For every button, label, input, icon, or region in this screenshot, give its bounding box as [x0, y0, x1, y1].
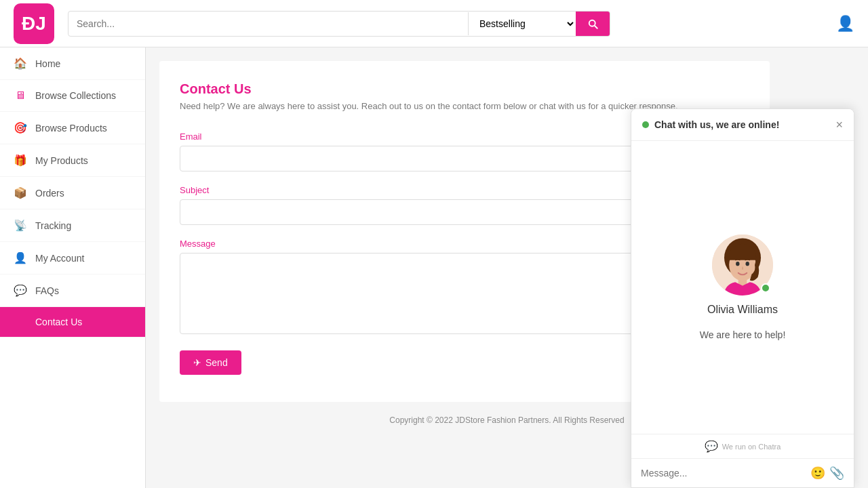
products-icon: 🎯	[14, 121, 27, 134]
sidebar-item-home[interactable]: 🏠 Home	[0, 47, 145, 80]
chatra-icon: 💬	[705, 440, 718, 453]
agent-name: Olivia Williams	[707, 304, 778, 316]
search-bar: BestsellingPrice: Low to HighPrice: High…	[68, 11, 610, 37]
svg-point-4	[736, 262, 739, 266]
search-button[interactable]	[576, 12, 610, 36]
chat-input-area: 🙂 📎	[631, 458, 854, 487]
sidebar-item-orders[interactable]: 📦 Orders	[0, 177, 145, 209]
chat-message-input[interactable]	[641, 468, 805, 479]
orders-icon: 📦	[14, 186, 27, 199]
header-right: 👤	[836, 15, 854, 33]
agent-message: We are here to help!	[700, 329, 786, 340]
header: ÐJ BestsellingPrice: Low to HighPrice: H…	[0, 0, 868, 47]
chat-header: Chat with us, we are online! ×	[631, 109, 854, 141]
sort-select[interactable]: BestsellingPrice: Low to HighPrice: High…	[468, 12, 576, 35]
search-input[interactable]	[68, 13, 468, 35]
send-button[interactable]: ✈ Send	[180, 350, 241, 375]
chat-header-title: Chat with us, we are online!	[654, 119, 779, 130]
chat-body: Olivia Williams We are here to help!	[631, 141, 854, 434]
sidebar: 🏠 Home 🖥 Browse Collections 🎯 Browse Pro…	[0, 47, 146, 488]
faqs-icon: 💬	[14, 284, 27, 297]
search-icon	[587, 18, 599, 30]
online-dot	[642, 121, 649, 128]
sidebar-item-browse-collections[interactable]: 🖥 Browse Collections	[0, 80, 145, 112]
svg-point-5	[746, 262, 749, 266]
send-icon: ✈	[193, 357, 201, 368]
agent-online-indicator	[761, 283, 770, 293]
chat-header-left: Chat with us, we are online!	[642, 119, 779, 130]
collections-icon: 🖥	[14, 89, 27, 102]
sidebar-item-tracking[interactable]: 📡 Tracking	[0, 209, 145, 242]
tracking-icon: 📡	[14, 219, 27, 232]
sidebar-item-contact-us[interactable]: Contact Us	[0, 307, 145, 338]
home-icon: 🏠	[14, 57, 27, 70]
logo: ÐJ	[14, 3, 54, 44]
user-icon[interactable]: 👤	[836, 15, 854, 33]
emoji-button[interactable]: 🙂	[810, 466, 825, 481]
chat-actions: 🙂 📎	[810, 466, 844, 481]
sidebar-item-my-products[interactable]: 🎁 My Products	[0, 144, 145, 177]
chat-close-button[interactable]: ×	[835, 119, 843, 131]
account-icon: 👤	[14, 251, 27, 264]
page-title: Contact Us	[180, 81, 749, 97]
sidebar-item-browse-products[interactable]: 🎯 Browse Products	[0, 112, 145, 144]
chat-widget: Chat with us, we are online! ×	[631, 108, 854, 488]
sidebar-item-faqs[interactable]: 💬 FAQs	[0, 274, 145, 307]
attach-button[interactable]: 📎	[829, 466, 844, 481]
agent-avatar-container	[712, 235, 773, 296]
sidebar-item-my-account[interactable]: 👤 My Account	[0, 242, 145, 274]
chat-powered-by: 💬 We run on Chatra	[631, 434, 854, 458]
my-products-icon: 🎁	[14, 154, 27, 167]
